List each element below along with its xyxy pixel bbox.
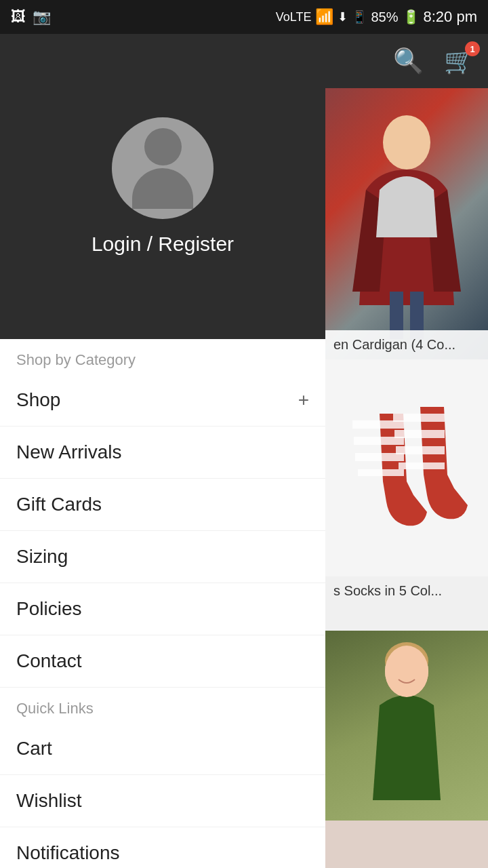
new-arrivals-label: New Arrivals — [16, 441, 122, 463]
cardigan-image-svg — [339, 102, 474, 346]
volte-icon: VoLTE — [276, 10, 312, 24]
product-label-cardigan: en Cardigan (4 Co... — [325, 330, 488, 359]
expand-icon: + — [298, 389, 309, 411]
quick-links-section-label: Quick Links — [0, 688, 325, 723]
wishlist-label: Wishlist — [16, 790, 81, 812]
product-image-3 — [325, 631, 488, 821]
battery-icon: 🔋 — [403, 9, 420, 25]
drawer-header: Login / Register — [0, 34, 325, 339]
cart-label: Cart — [16, 738, 52, 760]
shop-label: Shop — [16, 389, 60, 411]
policies-label: Policies — [16, 598, 81, 620]
socks-image-svg — [332, 400, 481, 536]
avatar-body — [132, 128, 193, 209]
product-image-cardigan — [325, 88, 488, 359]
sidebar-item-cart[interactable]: Cart — [0, 723, 325, 775]
sidebar-item-contact[interactable]: Contact — [0, 635, 325, 688]
status-bar-right: VoLTE 📶 ⬇ 📱 85% 🔋 8:20 pm — [276, 8, 477, 26]
sidebar-item-shop[interactable]: Shop + — [0, 374, 325, 427]
sidebar-item-gift-cards[interactable]: Gift Cards — [0, 479, 325, 531]
camera-icon: 📷 — [33, 8, 51, 26]
sidebar-item-new-arrivals[interactable]: New Arrivals — [0, 427, 325, 479]
sidebar-item-notifications[interactable]: Notifications — [0, 827, 325, 868]
gallery-icon: 🖼 — [11, 8, 26, 26]
product-label-socks: s Socks in 5 Col... — [325, 576, 488, 606]
sidebar-item-wishlist[interactable]: Wishlist — [0, 775, 325, 827]
svg-point-0 — [383, 115, 430, 170]
cart-badge: 1 — [465, 41, 480, 56]
status-bar-left: 🖼 📷 — [11, 8, 51, 26]
login-register-button[interactable]: Login / Register — [92, 233, 234, 256]
drawer-menu: Shop by Category Shop + New Arrivals Gif… — [0, 339, 325, 868]
wifi-icon: 📶 — [315, 8, 333, 26]
navigation-drawer: Login / Register Shop by Category Shop +… — [0, 34, 325, 868]
svg-rect-7 — [393, 414, 445, 422]
gift-cards-label: Gift Cards — [16, 494, 102, 515]
svg-point-13 — [385, 646, 428, 697]
download-icon: ⬇ — [338, 9, 348, 24]
product-image-socks — [325, 359, 488, 576]
battery-percent: 85% — [371, 9, 398, 25]
svg-rect-8 — [394, 430, 445, 438]
signal-icon: 📱 — [352, 9, 367, 24]
product-area: en Cardigan (4 Co... s Socks in 5 Col... — [325, 88, 488, 868]
category-section-label: Shop by Category — [0, 339, 325, 374]
sidebar-item-policies[interactable]: Policies — [0, 583, 325, 635]
svg-rect-10 — [399, 462, 445, 469]
status-bar: 🖼 📷 VoLTE 📶 ⬇ 📱 85% 🔋 8:20 pm — [0, 0, 488, 34]
avatar[interactable] — [112, 117, 214, 219]
woman-image-svg — [339, 637, 474, 814]
cart-button[interactable]: 🛒 1 — [444, 47, 474, 75]
notifications-label: Notifications — [16, 842, 120, 864]
svg-rect-9 — [396, 446, 445, 454]
product-card-socks[interactable]: s Socks in 5 Col... — [325, 359, 488, 631]
contact-label: Contact — [16, 650, 82, 672]
app-header: 🔍 🛒 1 — [325, 34, 488, 88]
sizing-label: Sizing — [16, 546, 68, 568]
avatar-head — [144, 128, 182, 165]
svg-rect-6 — [358, 469, 404, 476]
product-card-cardigan[interactable]: en Cardigan (4 Co... — [325, 88, 488, 359]
sidebar-item-sizing[interactable]: Sizing — [0, 531, 325, 583]
time-display: 8:20 pm — [424, 8, 478, 26]
search-icon[interactable]: 🔍 — [393, 47, 424, 75]
product-card-3[interactable] — [325, 631, 488, 868]
avatar-torso — [132, 168, 193, 209]
